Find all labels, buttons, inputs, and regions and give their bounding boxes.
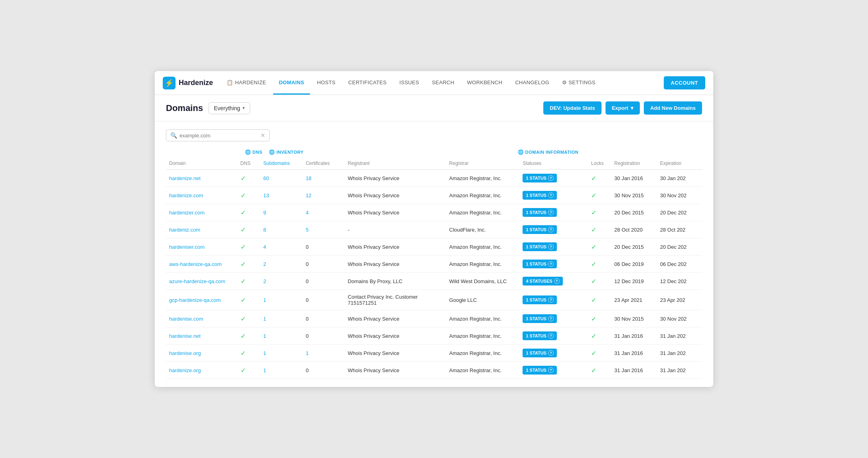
subdomains-cell: 1: [260, 327, 302, 345]
domain-link[interactable]: gcp-hardenize-qa.com: [169, 297, 221, 303]
subdomains-link[interactable]: 9: [263, 210, 266, 216]
nav-right: ACCOUNT: [664, 76, 706, 89]
nav-changelog[interactable]: CHANGELOG: [509, 71, 555, 95]
registration-cell: 12 Dec 2019: [611, 273, 657, 290]
status-badge[interactable]: 1 STATUS ?: [523, 174, 557, 182]
status-badge[interactable]: 1 STATUS ?: [523, 242, 557, 251]
col-subdomains[interactable]: Subdomains: [260, 157, 302, 170]
dev-update-button[interactable]: DEV: Update Stats: [543, 101, 601, 115]
certificates-link[interactable]: 4: [306, 210, 308, 216]
statuses-cell: 1 STATUS ?: [519, 290, 588, 310]
status-badge[interactable]: 1 STATUS ?: [523, 191, 557, 200]
nav-hosts[interactable]: HOSTS: [312, 71, 341, 95]
subdomains-link[interactable]: 2: [263, 278, 266, 284]
certificates-link[interactable]: 12: [306, 192, 311, 198]
check-icon: ✓: [241, 333, 246, 339]
subdomains-link[interactable]: 1: [263, 350, 266, 356]
domain-link[interactable]: hardenise.org: [169, 350, 201, 356]
clear-icon[interactable]: ✕: [260, 132, 265, 139]
nav-certificates[interactable]: CERTIFICATES: [343, 71, 392, 95]
statuses-cell: 1 STATUS ?: [519, 238, 588, 256]
registrant-cell: Whois Privacy Service: [345, 310, 446, 327]
nav-workbench[interactable]: WORKBENCH: [462, 71, 508, 95]
locks-cell: ✓: [588, 273, 611, 290]
dns-group-globe-icon: 🌐: [245, 149, 251, 155]
statuses-cell: 4 STATUSES ?: [519, 273, 588, 290]
domain-link[interactable]: hardeniser.com: [169, 244, 205, 250]
help-icon: ?: [554, 278, 560, 284]
help-icon: ?: [548, 192, 554, 198]
domain-link[interactable]: aws-hardenize-qa.com: [169, 261, 222, 267]
account-button[interactable]: ACCOUNT: [664, 76, 706, 89]
subdomains-link[interactable]: 60: [263, 175, 269, 181]
certificates-cell: 0: [302, 238, 344, 256]
registrant-cell: Domains By Proxy, LLC: [345, 273, 446, 290]
expiration-cell: 28 Oct 202: [657, 221, 702, 238]
add-new-domains-button[interactable]: Add New Domains: [644, 101, 702, 115]
subdomains-link[interactable]: 13: [263, 192, 269, 198]
subdomains-cell: 1: [260, 290, 302, 310]
subdomains-link[interactable]: 2: [263, 261, 266, 267]
status-badge[interactable]: 1 STATUS ?: [523, 314, 557, 323]
certificates-link[interactable]: 1: [306, 350, 308, 356]
registration-cell: 28 Oct 2020: [611, 221, 657, 238]
status-badge[interactable]: 4 STATUSES ?: [523, 277, 562, 286]
status-badge[interactable]: 1 STATUS ?: [523, 208, 557, 217]
domain-link[interactable]: hardenise.com: [169, 316, 203, 322]
domain-link[interactable]: hardeniz.com: [169, 227, 200, 233]
nav-settings[interactable]: ⚙ SETTINGS: [556, 71, 601, 95]
col-dns: DNS: [237, 157, 260, 170]
certificates-link[interactable]: 18: [306, 175, 311, 181]
domain-link[interactable]: hardenize.org: [169, 367, 201, 373]
domain-link[interactable]: azure-hardenize-qa.com: [169, 278, 225, 284]
search-input[interactable]: [180, 133, 260, 139]
search-row: 🔍 ✕: [166, 129, 702, 141]
subdomains-link[interactable]: 4: [263, 244, 266, 250]
domain-link[interactable]: hardenize.net: [169, 175, 201, 181]
filter-dropdown[interactable]: Everything ▾: [209, 102, 250, 114]
subdomains-link[interactable]: 1: [263, 297, 266, 303]
lock-check-icon: ✓: [591, 333, 596, 339]
status-badge[interactable]: 1 STATUS ?: [523, 331, 557, 340]
lock-check-icon: ✓: [591, 175, 596, 182]
registration-cell: 31 Jan 2016: [611, 327, 657, 345]
export-button[interactable]: Export ▾: [606, 101, 640, 115]
dns-cell: ✓: [237, 327, 260, 345]
certificates-link[interactable]: 5: [306, 227, 308, 233]
expiration-cell: 20 Dec 202: [657, 238, 702, 256]
dns-cell: ✓: [237, 256, 260, 273]
registrant-cell: Whois Privacy Service: [345, 187, 446, 204]
help-icon: ?: [548, 261, 554, 267]
registration-cell: 31 Jan 2016: [611, 362, 657, 379]
status-badge[interactable]: 1 STATUS ?: [523, 295, 557, 304]
expiration-cell: 23 Apr 202: [657, 290, 702, 310]
subdomains-link[interactable]: 1: [263, 333, 266, 339]
nav-issues[interactable]: ISSUES: [394, 71, 424, 95]
col-registrar: Registrar: [446, 157, 519, 170]
clipboard-icon: 📋: [227, 79, 233, 85]
registration-cell: 20 Dec 2015: [611, 204, 657, 221]
nav-domains[interactable]: DOMAINS: [273, 71, 310, 95]
nav-hardenize[interactable]: 📋 HARDENIZE: [221, 71, 272, 95]
certificates-cell: 0: [302, 327, 344, 345]
subdomains-link[interactable]: 1: [263, 316, 266, 322]
domain-link[interactable]: hardenise.net: [169, 333, 201, 339]
status-badge[interactable]: 1 STATUS ?: [523, 349, 557, 357]
subdomains-link[interactable]: 1: [263, 367, 266, 373]
help-icon: ?: [548, 367, 554, 373]
status-badge[interactable]: 1 STATUS ?: [523, 366, 557, 375]
status-badge[interactable]: 1 STATUS ?: [523, 225, 557, 234]
logo[interactable]: ⚡ Hardenize: [163, 77, 213, 89]
registrant-cell: Whois Privacy Service: [345, 327, 446, 345]
status-badge[interactable]: 1 STATUS ?: [523, 260, 557, 268]
subdomains-link[interactable]: 8: [263, 227, 266, 233]
help-icon: ?: [548, 297, 554, 303]
registrant-cell: Whois Privacy Service: [345, 204, 446, 221]
domain-link[interactable]: hardenize.com: [169, 192, 203, 198]
expiration-cell: 06 Dec 202: [657, 256, 702, 273]
main-nav: ⚡ Hardenize 📋 HARDENIZE DOMAINS HOSTS CE…: [155, 71, 713, 95]
nav-search[interactable]: SEARCH: [426, 71, 460, 95]
registrar-cell: Amazon Registrar, Inc.: [446, 256, 519, 273]
domain-info-group-label: DOMAIN INFORMATION: [525, 150, 578, 155]
domain-link[interactable]: hardenizer.com: [169, 210, 205, 216]
